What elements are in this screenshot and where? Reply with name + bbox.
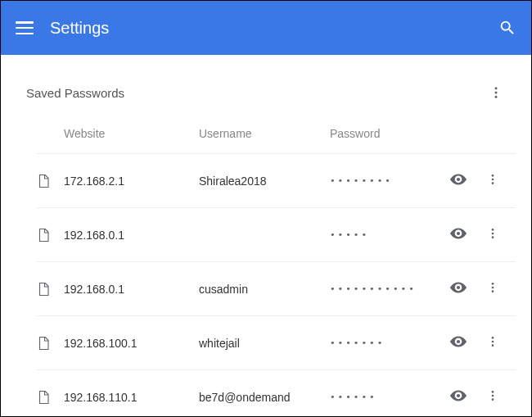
menu-icon[interactable]	[16, 19, 34, 37]
row-more-button[interactable]	[478, 225, 507, 245]
cell-website: 192.168.0.1	[64, 283, 199, 296]
cell-password: •••••••	[330, 338, 439, 348]
col-header-username: Username	[199, 127, 330, 140]
svg-point-10	[492, 236, 494, 238]
cell-website: 192.168.0.1	[64, 229, 199, 242]
file-icon	[36, 336, 64, 351]
table-header: Website Username Password	[36, 109, 516, 153]
svg-point-11	[457, 286, 460, 289]
row-more-button[interactable]	[478, 333, 507, 353]
cell-website: 192.168.100.1	[64, 337, 199, 350]
svg-point-13	[492, 287, 494, 289]
cell-password: ••••••	[330, 392, 439, 402]
more-vert-icon	[486, 227, 499, 242]
content-scroll[interactable]: Saved Passwords Website Username Passwor…	[2, 55, 530, 415]
svg-point-15	[457, 340, 460, 343]
svg-point-22	[492, 398, 494, 401]
table-row[interactable]: 192.168.0.1cusadmin•••••••••••	[36, 261, 516, 315]
svg-point-8	[492, 229, 494, 231]
cell-username: whitejail	[199, 337, 330, 350]
table-row[interactable]: 192.168.110.1be7d@ondemand••••••	[36, 369, 516, 415]
svg-point-0	[495, 87, 498, 89]
cell-username: be7d@ondemand	[199, 391, 330, 404]
more-vert-icon	[486, 173, 499, 188]
col-header-website: Website	[64, 127, 199, 140]
cell-password: ••••••••	[330, 175, 439, 186]
more-vert-icon	[486, 389, 499, 405]
more-vert-icon	[486, 281, 499, 297]
svg-point-2	[495, 96, 498, 98]
file-icon	[36, 282, 64, 297]
cell-website: 192.168.110.1	[64, 391, 199, 404]
search-icon	[498, 19, 516, 37]
svg-point-17	[492, 341, 494, 343]
svg-point-18	[492, 344, 494, 347]
file-icon	[36, 228, 64, 242]
section-title: Saved Passwords	[26, 86, 486, 100]
eye-icon	[449, 224, 467, 245]
table-row[interactable]: 192.168.0.1•••••	[36, 207, 516, 261]
svg-point-20	[492, 391, 494, 393]
row-more-button[interactable]	[478, 388, 507, 407]
show-password-button[interactable]	[439, 333, 478, 353]
svg-point-16	[492, 337, 494, 339]
svg-point-1	[495, 92, 498, 94]
cell-username: cusadmin	[199, 283, 330, 296]
eye-icon	[449, 279, 467, 299]
svg-point-14	[492, 290, 494, 292]
row-more-button[interactable]	[478, 279, 507, 299]
svg-point-21	[492, 395, 494, 397]
svg-point-6	[492, 182, 494, 184]
more-vert-icon	[489, 85, 503, 100]
svg-point-12	[492, 283, 494, 285]
section-header: Saved Passwords	[7, 55, 525, 109]
eye-icon	[449, 333, 467, 353]
page-title: Settings	[50, 19, 498, 38]
show-password-button[interactable]	[439, 170, 478, 191]
svg-point-3	[457, 178, 460, 181]
show-password-button[interactable]	[439, 224, 478, 245]
file-icon	[36, 390, 64, 405]
row-more-button[interactable]	[478, 171, 507, 191]
col-header-password: Password	[330, 127, 439, 140]
file-icon	[36, 174, 64, 188]
eye-icon	[449, 170, 467, 191]
passwords-table: Website Username Password 172.168.2.1Shi…	[7, 109, 525, 415]
passwords-card: Saved Passwords Website Username Passwor…	[7, 55, 525, 415]
svg-point-9	[492, 233, 494, 235]
section-more-button[interactable]	[486, 83, 506, 102]
svg-point-4	[492, 175, 494, 177]
table-row[interactable]: 192.168.100.1whitejail•••••••	[36, 315, 516, 369]
cell-password: •••••	[330, 229, 439, 240]
top-app-bar: Settings	[1, 1, 531, 55]
eye-icon	[449, 387, 467, 407]
cell-password: •••••••••••	[330, 283, 439, 294]
cell-username: Shiralea2018	[199, 175, 330, 188]
svg-point-5	[492, 179, 494, 181]
svg-point-7	[457, 232, 460, 235]
table-row[interactable]: 172.168.2.1Shiralea2018••••••••	[36, 153, 516, 207]
show-password-button[interactable]	[439, 387, 478, 407]
cell-website: 172.168.2.1	[64, 175, 199, 188]
svg-point-19	[457, 394, 460, 397]
search-button[interactable]	[498, 19, 516, 37]
more-vert-icon	[486, 335, 499, 351]
show-password-button[interactable]	[439, 279, 478, 299]
